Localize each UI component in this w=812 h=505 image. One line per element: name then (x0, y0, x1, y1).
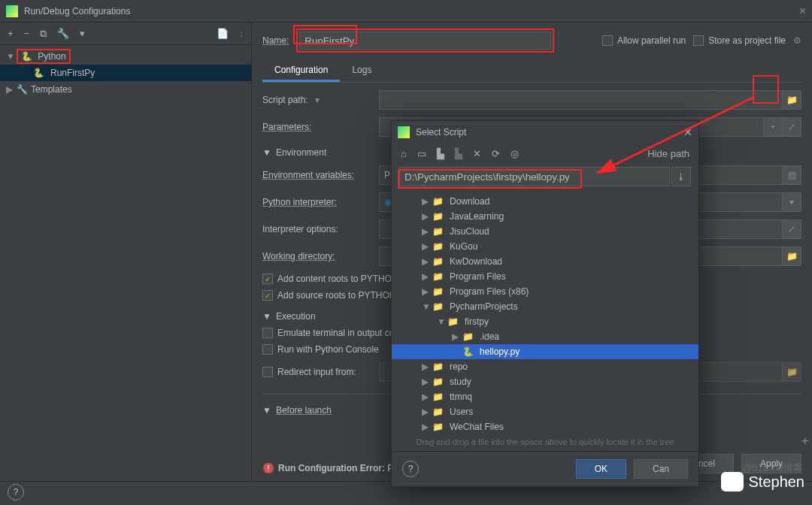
remove-icon[interactable]: − (24, 28, 30, 39)
file-tree-node[interactable]: ▶📁Program Files (392, 269, 698, 284)
file-tree-node[interactable]: ▶📁KwDownload (392, 254, 698, 269)
app-icon (6, 5, 18, 17)
desktop-icon[interactable]: ▭ (417, 148, 426, 159)
file-tree-node[interactable]: 🐍hellopy.py (392, 344, 698, 359)
interpreter-label: Python interpreter: (262, 197, 379, 207)
close-icon[interactable]: ✕ (683, 126, 692, 138)
env-table-icon[interactable]: ▤ (782, 165, 801, 185)
wrench-icon: 🔧 (17, 84, 28, 95)
file-tree-node[interactable]: ▶📁Download (392, 194, 698, 209)
error-icon: ! (263, 463, 274, 473)
redirect-input-checkbox[interactable]: Redirect input from: (262, 367, 379, 377)
wrench-icon[interactable]: 🔧 (57, 28, 69, 39)
close-icon[interactable]: × (799, 5, 806, 18)
name-label: Name: (262, 35, 289, 46)
drag-hint: Drag and drop a file into the space abov… (392, 433, 698, 451)
name-input[interactable] (299, 32, 551, 50)
delete-icon[interactable]: ✕ (473, 148, 481, 159)
help-icon[interactable]: ? (402, 461, 419, 477)
file-tree-node[interactable]: ▶📁.idea (392, 329, 698, 344)
file-tree-node[interactable]: ▶📁JisuCloud (392, 224, 698, 239)
modal-ok-button[interactable]: OK (576, 459, 626, 479)
error-bar: ! Run Configuration Error: Pl (263, 463, 396, 473)
working-dir-label: Working directory: (262, 251, 379, 262)
copy-icon[interactable]: ⧉ (40, 28, 47, 40)
python-icon: 🐍 (21, 51, 32, 62)
allow-parallel-checkbox[interactable]: Allow parallel run (602, 35, 686, 46)
tree-node-templates[interactable]: ▶ 🔧 Templates (0, 81, 251, 98)
wechat-icon (721, 472, 744, 491)
hide-path-link[interactable]: Hide path (647, 148, 689, 159)
download-icon[interactable]: ⭳ (671, 167, 691, 186)
sidebar: + − ⧉ 🔧 ▾ 📄 ↕ ▼ 🐍 Python 🐍 RunFirstPy (0, 23, 252, 481)
file-tree-node[interactable]: ▶📁Users (392, 404, 698, 419)
dropdown-icon[interactable]: ▾ (782, 192, 801, 212)
config-tree: ▼ 🐍 Python 🐍 RunFirstPy ▶ 🔧 Templates (0, 45, 251, 101)
add-task-icon[interactable]: + (801, 434, 809, 449)
script-path-input[interactable] (379, 90, 783, 110)
path-input[interactable] (399, 167, 670, 186)
tree-node-runfirstpy[interactable]: 🐍 RunFirstPy (0, 65, 251, 81)
sort-icon[interactable]: ↕ (239, 28, 244, 39)
add-param-icon[interactable]: + (763, 117, 783, 137)
script-path-label: Script path:▾ (262, 95, 379, 105)
help-icon[interactable]: ? (8, 484, 24, 500)
dropdown-icon[interactable]: ▾ (80, 28, 85, 39)
sidebar-toolbar: + − ⧉ 🔧 ▾ 📄 ↕ (0, 23, 251, 45)
file-tree-node[interactable]: ▶📁study (392, 374, 698, 389)
file-tree-node[interactable]: ▶📁KuGou (392, 239, 698, 254)
expand-icon[interactable]: ⤢ (782, 117, 801, 137)
file-tree[interactable]: ▶📁Download▶📁JavaLearning▶📁JisuCloud▶📁KuG… (392, 192, 698, 433)
expand-icon[interactable]: ⤢ (782, 219, 801, 239)
titlebar: Run/Debug Configurations × (0, 0, 812, 23)
browse-script-icon[interactable]: 📁 (782, 90, 801, 110)
file-tree-node[interactable]: ▼📁PycharmProjects (392, 299, 698, 314)
store-project-checkbox[interactable]: Store as project file (693, 35, 786, 46)
env-vars-label: Environment variables: (262, 170, 379, 180)
gear-icon[interactable]: ⚙ (793, 35, 801, 46)
add-icon[interactable]: + (8, 28, 14, 39)
tabs: Configuration Logs (262, 60, 801, 83)
file-tree-node[interactable]: ▶📁ttmnq (392, 389, 698, 404)
file-tree-node[interactable]: ▶📁repo (392, 359, 698, 374)
browse-dir-icon[interactable]: 📁 (782, 246, 801, 266)
file-tree-node[interactable]: ▶📁JavaLearning (392, 209, 698, 224)
project-icon[interactable]: ▙ (437, 148, 444, 159)
window-title: Run/Debug Configurations (24, 6, 130, 17)
file-tree-node[interactable]: ▶📁WeChat Files (392, 419, 698, 433)
tab-logs[interactable]: Logs (340, 60, 383, 82)
author-watermark: Stephen (721, 472, 804, 491)
modal-cancel-button[interactable]: Can (634, 459, 688, 479)
select-script-dialog: Select Script ✕ ⌂ ▭ ▙ ▙ ✕ ⟳ ◎ Hide path … (391, 120, 699, 487)
chevron-down-icon: ▼ (6, 51, 14, 62)
python-icon: 🐍 (33, 68, 44, 78)
parameters-label: Parameters: (262, 122, 379, 132)
file-tree-node[interactable]: ▼📁firstpy (392, 314, 698, 329)
browse-icon[interactable]: 📁 (782, 362, 801, 382)
home-icon[interactable]: ⌂ (401, 148, 407, 159)
show-hidden-icon[interactable]: ◎ (511, 148, 519, 159)
module-icon[interactable]: ▙ (455, 148, 462, 159)
tab-configuration[interactable]: Configuration (262, 60, 340, 82)
folder-icon[interactable]: 📄 (217, 28, 229, 39)
chevron-right-icon: ▶ (6, 84, 14, 95)
file-tree-node[interactable]: ▶📁Program Files (x86) (392, 284, 698, 299)
tree-node-python[interactable]: ▼ 🐍 Python (0, 48, 251, 65)
app-icon (398, 126, 410, 138)
dialog-title: Select Script (416, 127, 466, 138)
refresh-icon[interactable]: ⟳ (492, 148, 500, 159)
interp-options-label: Interpreter options: (262, 224, 379, 234)
